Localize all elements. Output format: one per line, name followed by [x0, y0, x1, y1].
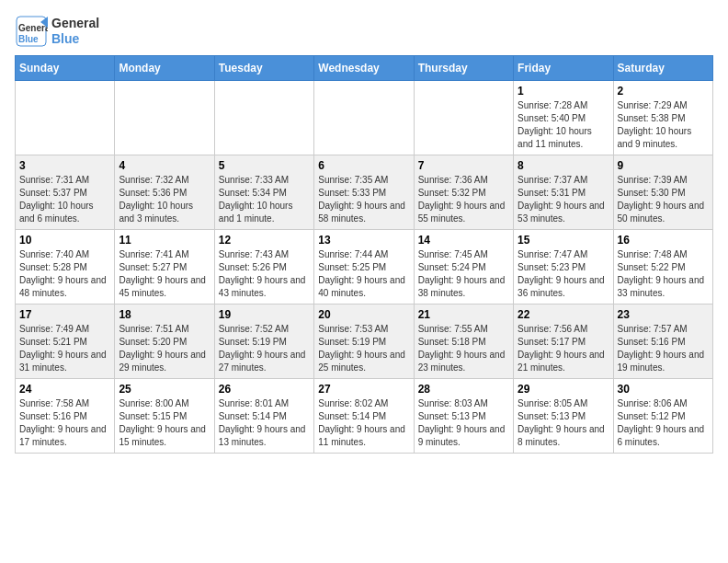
- day-info: Sunrise: 7:43 AM Sunset: 5:26 PM Dayligh…: [219, 248, 310, 300]
- calendar-cell: 12Sunrise: 7:43 AM Sunset: 5:26 PM Dayli…: [214, 230, 313, 304]
- calendar-cell: 28Sunrise: 8:03 AM Sunset: 5:13 PM Dayli…: [414, 379, 513, 454]
- day-number: 3: [19, 159, 110, 172]
- logo-text: General Blue: [51, 16, 99, 47]
- day-number: 18: [119, 308, 210, 321]
- column-header-sunday: Sunday: [16, 56, 115, 81]
- column-header-friday: Friday: [514, 56, 613, 81]
- day-info: Sunrise: 7:40 AM Sunset: 5:28 PM Dayligh…: [19, 248, 110, 300]
- day-info: Sunrise: 8:02 AM Sunset: 5:14 PM Dayligh…: [318, 397, 409, 449]
- day-info: Sunrise: 7:29 AM Sunset: 5:38 PM Dayligh…: [618, 99, 709, 151]
- day-info: Sunrise: 7:45 AM Sunset: 5:24 PM Dayligh…: [418, 248, 509, 300]
- column-header-tuesday: Tuesday: [214, 56, 313, 81]
- day-number: 5: [219, 159, 310, 172]
- day-number: 13: [318, 234, 409, 247]
- day-number: 2: [618, 85, 709, 98]
- logo-icon: General Blue: [15, 15, 48, 48]
- calendar-cell: 16Sunrise: 7:48 AM Sunset: 5:22 PM Dayli…: [613, 230, 712, 304]
- calendar-cell: 18Sunrise: 7:51 AM Sunset: 5:20 PM Dayli…: [115, 304, 214, 379]
- calendar-cell: 4Sunrise: 7:32 AM Sunset: 5:36 PM Daylig…: [115, 155, 214, 230]
- day-info: Sunrise: 7:41 AM Sunset: 5:27 PM Dayligh…: [119, 248, 210, 300]
- calendar-cell: 1Sunrise: 7:28 AM Sunset: 5:40 PM Daylig…: [514, 81, 613, 155]
- day-info: Sunrise: 7:51 AM Sunset: 5:20 PM Dayligh…: [119, 323, 210, 374]
- calendar-cell: 14Sunrise: 7:45 AM Sunset: 5:24 PM Dayli…: [414, 230, 513, 304]
- calendar-cell: 20Sunrise: 7:53 AM Sunset: 5:19 PM Dayli…: [314, 304, 414, 379]
- calendar-cell: 15Sunrise: 7:47 AM Sunset: 5:23 PM Dayli…: [514, 230, 613, 304]
- day-number: 23: [618, 308, 709, 321]
- calendar-cell: 8Sunrise: 7:37 AM Sunset: 5:31 PM Daylig…: [514, 155, 613, 230]
- day-info: Sunrise: 7:39 AM Sunset: 5:30 PM Dayligh…: [618, 174, 709, 225]
- day-info: Sunrise: 8:05 AM Sunset: 5:13 PM Dayligh…: [518, 397, 609, 449]
- day-info: Sunrise: 7:57 AM Sunset: 5:16 PM Dayligh…: [618, 323, 709, 374]
- day-number: 21: [418, 308, 509, 321]
- calendar-cell: 7Sunrise: 7:36 AM Sunset: 5:32 PM Daylig…: [414, 155, 513, 230]
- calendar-cell: [414, 81, 513, 155]
- day-number: 30: [618, 383, 709, 396]
- day-number: 7: [418, 159, 509, 172]
- column-header-thursday: Thursday: [414, 56, 513, 81]
- day-info: Sunrise: 7:28 AM Sunset: 5:40 PM Dayligh…: [518, 99, 609, 151]
- day-number: 24: [19, 383, 110, 396]
- day-info: Sunrise: 8:01 AM Sunset: 5:14 PM Dayligh…: [219, 397, 310, 449]
- calendar-cell: 24Sunrise: 7:58 AM Sunset: 5:16 PM Dayli…: [16, 379, 115, 454]
- day-info: Sunrise: 7:44 AM Sunset: 5:25 PM Dayligh…: [318, 248, 409, 300]
- day-info: Sunrise: 7:47 AM Sunset: 5:23 PM Dayligh…: [518, 248, 609, 300]
- day-number: 14: [418, 234, 509, 247]
- day-info: Sunrise: 8:03 AM Sunset: 5:13 PM Dayligh…: [418, 397, 509, 449]
- day-number: 9: [618, 159, 709, 172]
- calendar-cell: 26Sunrise: 8:01 AM Sunset: 5:14 PM Dayli…: [214, 379, 313, 454]
- day-number: 22: [518, 308, 609, 321]
- calendar-cell: 10Sunrise: 7:40 AM Sunset: 5:28 PM Dayli…: [16, 230, 115, 304]
- calendar-week-row: 1Sunrise: 7:28 AM Sunset: 5:40 PM Daylig…: [16, 81, 713, 155]
- day-number: 15: [518, 234, 609, 247]
- calendar-cell: [314, 81, 414, 155]
- calendar-cell: 2Sunrise: 7:29 AM Sunset: 5:38 PM Daylig…: [613, 81, 712, 155]
- calendar-cell: 25Sunrise: 8:00 AM Sunset: 5:15 PM Dayli…: [115, 379, 214, 454]
- calendar-cell: 11Sunrise: 7:41 AM Sunset: 5:27 PM Dayli…: [115, 230, 214, 304]
- calendar-week-row: 3Sunrise: 7:31 AM Sunset: 5:37 PM Daylig…: [16, 155, 713, 230]
- calendar-cell: [16, 81, 115, 155]
- day-info: Sunrise: 7:33 AM Sunset: 5:34 PM Dayligh…: [219, 174, 310, 225]
- day-number: 17: [19, 308, 110, 321]
- day-number: 20: [318, 308, 409, 321]
- svg-text:General: General: [18, 23, 48, 33]
- column-header-saturday: Saturday: [613, 56, 712, 81]
- calendar-cell: 6Sunrise: 7:35 AM Sunset: 5:33 PM Daylig…: [314, 155, 414, 230]
- calendar-header-row: SundayMondayTuesdayWednesdayThursdayFrid…: [16, 56, 713, 81]
- day-info: Sunrise: 7:53 AM Sunset: 5:19 PM Dayligh…: [318, 323, 409, 374]
- day-number: 10: [19, 234, 110, 247]
- calendar-cell: 17Sunrise: 7:49 AM Sunset: 5:21 PM Dayli…: [16, 304, 115, 379]
- calendar-cell: 29Sunrise: 8:05 AM Sunset: 5:13 PM Dayli…: [514, 379, 613, 454]
- calendar-cell: [115, 81, 214, 155]
- day-number: 4: [119, 159, 210, 172]
- calendar-cell: 5Sunrise: 7:33 AM Sunset: 5:34 PM Daylig…: [214, 155, 313, 230]
- day-number: 27: [318, 383, 409, 396]
- calendar-cell: 9Sunrise: 7:39 AM Sunset: 5:30 PM Daylig…: [613, 155, 712, 230]
- header: General Blue General Blue: [15, 15, 713, 48]
- day-info: Sunrise: 7:56 AM Sunset: 5:17 PM Dayligh…: [518, 323, 609, 374]
- calendar-week-row: 17Sunrise: 7:49 AM Sunset: 5:21 PM Dayli…: [16, 304, 713, 379]
- calendar-week-row: 10Sunrise: 7:40 AM Sunset: 5:28 PM Dayli…: [16, 230, 713, 304]
- day-info: Sunrise: 8:00 AM Sunset: 5:15 PM Dayligh…: [119, 397, 210, 449]
- day-info: Sunrise: 7:49 AM Sunset: 5:21 PM Dayligh…: [19, 323, 110, 374]
- calendar-cell: 13Sunrise: 7:44 AM Sunset: 5:25 PM Dayli…: [314, 230, 414, 304]
- day-info: Sunrise: 7:32 AM Sunset: 5:36 PM Dayligh…: [119, 174, 210, 225]
- day-info: Sunrise: 7:48 AM Sunset: 5:22 PM Dayligh…: [618, 248, 709, 300]
- day-info: Sunrise: 7:37 AM Sunset: 5:31 PM Dayligh…: [518, 174, 609, 225]
- calendar-cell: 22Sunrise: 7:56 AM Sunset: 5:17 PM Dayli…: [514, 304, 613, 379]
- day-info: Sunrise: 7:52 AM Sunset: 5:19 PM Dayligh…: [219, 323, 310, 374]
- column-header-wednesday: Wednesday: [314, 56, 414, 81]
- day-info: Sunrise: 7:55 AM Sunset: 5:18 PM Dayligh…: [418, 323, 509, 374]
- day-info: Sunrise: 7:31 AM Sunset: 5:37 PM Dayligh…: [19, 174, 110, 225]
- calendar-cell: 30Sunrise: 8:06 AM Sunset: 5:12 PM Dayli…: [613, 379, 712, 454]
- svg-text:Blue: Blue: [18, 34, 39, 44]
- day-number: 29: [518, 383, 609, 396]
- calendar-cell: 19Sunrise: 7:52 AM Sunset: 5:19 PM Dayli…: [214, 304, 313, 379]
- calendar-cell: 3Sunrise: 7:31 AM Sunset: 5:37 PM Daylig…: [16, 155, 115, 230]
- day-number: 16: [618, 234, 709, 247]
- day-number: 11: [119, 234, 210, 247]
- day-number: 6: [318, 159, 409, 172]
- logo: General Blue General Blue: [15, 15, 99, 48]
- column-header-monday: Monday: [115, 56, 214, 81]
- calendar-cell: 27Sunrise: 8:02 AM Sunset: 5:14 PM Dayli…: [314, 379, 414, 454]
- day-info: Sunrise: 7:35 AM Sunset: 5:33 PM Dayligh…: [318, 174, 409, 225]
